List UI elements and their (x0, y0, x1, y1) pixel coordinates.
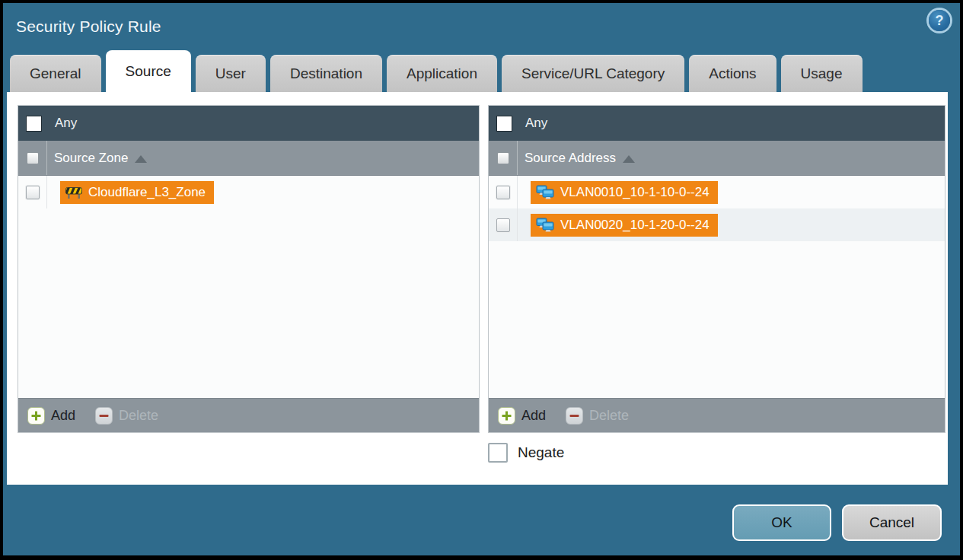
source-address-panel: Any Source Address (488, 105, 945, 433)
delete-zone-button[interactable]: Delete (95, 407, 158, 425)
delete-address-button[interactable]: Delete (566, 407, 629, 425)
negate-label: Negate (518, 444, 564, 461)
delete-label: Delete (119, 408, 158, 424)
tab-destination[interactable]: Destination (270, 55, 382, 92)
zone-row-checkbox[interactable] (26, 186, 40, 199)
source-zone-select-all-checkbox[interactable] (27, 152, 39, 164)
source-address-footer: Add Delete (489, 398, 945, 432)
source-zone-any-checkbox[interactable] (26, 116, 42, 132)
dialog-title: Security Policy Rule (16, 18, 161, 36)
add-zone-button[interactable]: Add (27, 407, 75, 425)
delete-icon (566, 407, 583, 425)
tab-general[interactable]: General (10, 55, 101, 92)
ok-button[interactable]: OK (732, 504, 831, 541)
table-row: VLAN0010_10-1-10-0--24 (489, 176, 945, 208)
tab-usage[interactable]: Usage (781, 55, 863, 92)
tab-source[interactable]: Source (106, 50, 191, 92)
zone-chip[interactable]: Cloudflare_L3_Zone (60, 181, 214, 204)
source-zone-footer: Add Delete (18, 398, 479, 432)
tab-service-url-category[interactable]: Service/URL Category (502, 55, 684, 92)
negate-row: Negate (488, 443, 564, 463)
source-zone-list: Cloudflare_L3_Zone (18, 176, 479, 398)
source-zone-any-label: Any (55, 116, 77, 131)
negate-checkbox[interactable] (488, 443, 508, 463)
source-zone-any-row: Any (18, 106, 479, 141)
add-icon (498, 407, 515, 425)
source-tab-content: Any Source Zone (7, 92, 948, 485)
tab-bar: General Source User Destination Applicat… (10, 50, 960, 92)
source-address-any-checkbox[interactable] (496, 116, 512, 132)
table-row: VLAN0020_10-1-20-0--24 (489, 208, 945, 241)
address-chip[interactable]: VLAN0010_10-1-10-0--24 (531, 181, 718, 204)
address-chip[interactable]: VLAN0020_10-1-20-0--24 (531, 214, 718, 237)
add-icon (27, 407, 45, 425)
tab-application[interactable]: Application (387, 55, 497, 92)
table-row: Cloudflare_L3_Zone (18, 176, 479, 208)
address-row-checkbox[interactable] (496, 186, 510, 199)
sort-ascending-icon[interactable] (135, 155, 147, 163)
tab-user[interactable]: User (196, 55, 266, 92)
address-chip-label: VLAN0010_10-1-10-0--24 (560, 185, 709, 200)
security-policy-rule-dialog: Security Policy Rule ? General Source Us… (3, 3, 960, 555)
source-zone-panel: Any Source Zone (18, 105, 480, 433)
add-address-button[interactable]: Add (498, 407, 546, 425)
address-chip-label: VLAN0020_10-1-20-0--24 (560, 218, 709, 233)
source-address-any-label: Any (525, 116, 547, 131)
source-zone-column-title[interactable]: Source Zone (54, 151, 128, 166)
source-address-list: VLAN0010_10-1-10-0--24 (489, 176, 945, 398)
source-address-select-all-checkbox[interactable] (497, 152, 509, 164)
source-address-column-title[interactable]: Source Address (525, 151, 616, 166)
cancel-button[interactable]: Cancel (842, 504, 942, 541)
address-icon (536, 185, 554, 200)
add-label: Add (51, 408, 75, 424)
delete-icon (95, 407, 113, 425)
address-icon (536, 218, 554, 233)
delete-label: Delete (589, 408, 629, 424)
address-row-checkbox[interactable] (496, 218, 510, 232)
titlebar: Security Policy Rule ? (3, 3, 960, 50)
sort-ascending-icon[interactable] (623, 155, 635, 163)
source-zone-column-header: Source Zone (18, 141, 479, 176)
zone-chip-label: Cloudflare_L3_Zone (88, 185, 206, 200)
add-label: Add (521, 408, 546, 424)
tab-actions[interactable]: Actions (689, 55, 776, 92)
source-address-any-row: Any (489, 106, 945, 141)
help-icon[interactable]: ? (929, 10, 950, 31)
source-address-column-header: Source Address (489, 141, 945, 176)
help-glyph: ? (936, 13, 944, 29)
zone-icon (65, 186, 82, 199)
